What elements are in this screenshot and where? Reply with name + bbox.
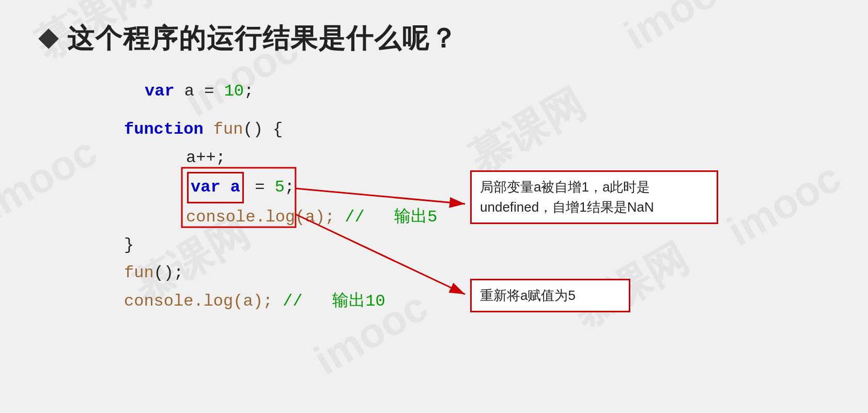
annotation-box-1-line1: 局部变量a被自增1，a此时是 — [480, 179, 650, 195]
console-log-2: console.log(a); — [124, 288, 273, 315]
code-text-1: a = — [175, 77, 224, 105]
main-content: 这个程序的运行结果是什么呢？ var a = 10 ; function fun… — [0, 0, 868, 336]
annotation-box-2: 重新将a赋值为5 — [470, 279, 630, 312]
paren-open-2: () { — [243, 116, 283, 144]
brace-close: } — [124, 231, 134, 259]
title-row: 这个程序的运行结果是什么呢？ — [41, 21, 827, 57]
code-line-6: } — [124, 231, 827, 259]
code-area: var a = 10 ; function fun () { a++; var … — [83, 77, 827, 315]
blank-line-1 — [83, 105, 827, 116]
keyword-var-a-boxed: var a — [187, 172, 244, 203]
code-line-1: var a = 10 ; — [145, 77, 827, 105]
code-line-2: function fun () { — [124, 116, 827, 144]
value-5: 5 — [275, 173, 285, 201]
annotation-box-1: 局部变量a被自增1，a此时是 undefined，自增1结果是NaN — [470, 170, 718, 224]
equals-5: = — [245, 173, 275, 201]
value-10: 10 — [224, 77, 244, 105]
code-aplus: a++; — [186, 144, 226, 172]
code-line-3: a++; — [186, 144, 827, 172]
diamond-icon — [38, 28, 59, 49]
func-name-fun: fun — [213, 116, 243, 144]
fun-call-paren: (); — [154, 259, 184, 287]
semicolon-4: ; — [285, 173, 295, 201]
keyword-function: function — [124, 116, 204, 144]
annotation-box-1-line2: undefined，自增1结果是NaN — [480, 199, 654, 215]
func-call-fun: fun — [124, 259, 154, 287]
semicolon-1: ; — [244, 77, 254, 105]
console-log-1: console.log(a); — [186, 203, 335, 231]
page-title: 这个程序的运行结果是什么呢？ — [67, 21, 458, 57]
comment-output10: // 输出10 — [273, 288, 385, 315]
space-2 — [204, 116, 213, 144]
annotation-box-2-text: 重新将a赋值为5 — [480, 288, 576, 303]
comment-output5: // 输出5 — [335, 203, 437, 231]
keyword-var-1: var — [145, 77, 175, 105]
